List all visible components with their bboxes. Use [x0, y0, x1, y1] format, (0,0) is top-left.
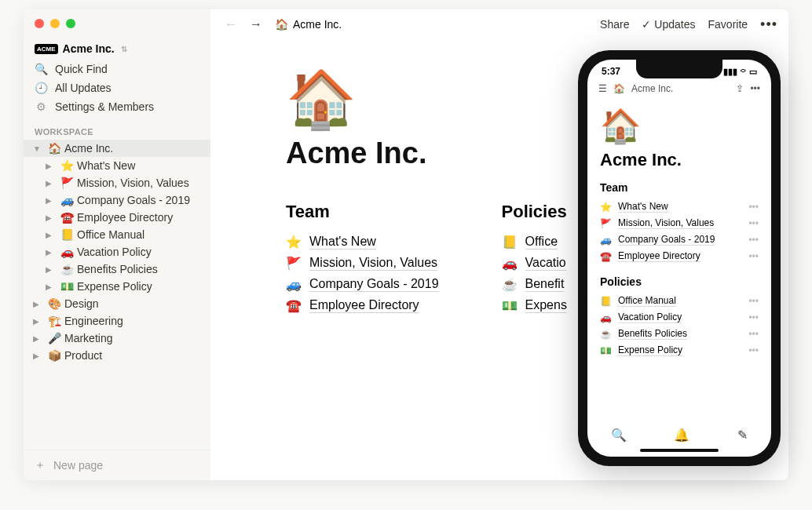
- page-link-whats-new[interactable]: ⭐ What's New: [286, 231, 439, 253]
- zoom-dot-icon[interactable]: [66, 19, 75, 28]
- search-icon: 🔍: [35, 63, 47, 75]
- phone-link-directory[interactable]: ☎️ Employee Directory •••: [600, 248, 759, 264]
- row-more-icon[interactable]: •••: [748, 345, 759, 356]
- caret-right-icon[interactable]: ▶: [46, 231, 57, 239]
- tree-item-product[interactable]: ▶ 📦 Product: [24, 347, 210, 364]
- page-link-office[interactable]: 📒 Office: [502, 231, 567, 253]
- column-policies: Policies 📒 Office 🚗 Vacatio ☕ Benefit: [502, 202, 567, 316]
- tree-item-label: Benefits Policies: [77, 263, 158, 275]
- page-link-expense[interactable]: 💵 Expens: [502, 295, 567, 316]
- row-more-icon[interactable]: •••: [748, 329, 759, 340]
- nav-forward-button[interactable]: →: [247, 16, 265, 33]
- page-link-label: Expens: [525, 298, 567, 313]
- all-updates-button[interactable]: 🕘 All Updates: [24, 78, 210, 97]
- close-dot-icon[interactable]: [35, 19, 44, 28]
- nav-back-button[interactable]: ←: [221, 16, 240, 33]
- caret-right-icon[interactable]: ▶: [46, 213, 57, 222]
- row-more-icon[interactable]: •••: [748, 218, 759, 229]
- minimize-dot-icon[interactable]: [50, 19, 60, 28]
- page-link-label: What's New: [309, 235, 376, 250]
- caret-right-icon[interactable]: ▶: [46, 248, 57, 257]
- phone-icon: ☎️: [286, 298, 302, 313]
- tree-item-manual[interactable]: ▶ 📒 Office Manual: [24, 226, 210, 243]
- more-icon[interactable]: •••: [750, 83, 760, 94]
- star-icon: ⭐: [286, 235, 302, 250]
- column-heading: Team: [286, 202, 439, 222]
- share-icon[interactable]: ⇪: [736, 83, 744, 94]
- phone-link-goals[interactable]: 🚙 Company Goals - 2019 •••: [600, 231, 759, 248]
- tree-item-marketing[interactable]: ▶ 🎤 Marketing: [24, 330, 210, 347]
- tab-compose-icon[interactable]: ✎: [737, 428, 748, 443]
- caret-right-icon[interactable]: ▶: [46, 196, 57, 205]
- redcar-icon: 🚗: [600, 312, 612, 323]
- breadcrumb[interactable]: 🏠 Acme Inc.: [275, 18, 342, 31]
- hamburger-icon[interactable]: ☰: [598, 83, 607, 94]
- notebook-icon: 📒: [600, 296, 612, 307]
- tree-item-design[interactable]: ▶ 🎨 Design: [24, 295, 210, 312]
- page-link-vacation[interactable]: 🚗 Vacatio: [502, 253, 567, 274]
- page-link-mission[interactable]: 🚩 Mission, Vision, Values: [286, 253, 439, 274]
- tree-item-directory[interactable]: ▶ ☎️ Employee Directory: [24, 209, 210, 226]
- phone-notch: [636, 60, 722, 78]
- tree-root-label: Acme Inc.: [64, 142, 113, 155]
- phone-crumb-label[interactable]: Acme Inc.: [631, 83, 673, 94]
- caret-right-icon[interactable]: ▶: [33, 317, 44, 326]
- tree-item-engineering[interactable]: ▶ 🏗️ Engineering: [24, 312, 210, 330]
- tree-item-mission[interactable]: ▶ 🚩 Mission, Vision, Values: [24, 174, 210, 191]
- phone-icon: ☎️: [600, 251, 612, 262]
- workspace-switcher[interactable]: ACME Acme Inc. ⇅: [24, 38, 210, 60]
- favorite-button[interactable]: Favorite: [708, 18, 748, 31]
- quick-find-button[interactable]: 🔍 Quick Find: [24, 60, 210, 78]
- plus-icon: ＋: [35, 458, 46, 472]
- tree-root-acme[interactable]: ▼ 🏠 Acme Inc.: [24, 140, 210, 157]
- tree-item-label: Expense Policy: [77, 280, 152, 293]
- updates-button[interactable]: ✓ Updates: [642, 18, 695, 31]
- car-icon: 🚙: [286, 277, 302, 292]
- row-more-icon[interactable]: •••: [748, 235, 759, 246]
- page-link-goals[interactable]: 🚙 Company Goals - 2019: [286, 274, 439, 295]
- caret-right-icon[interactable]: ▶: [33, 300, 44, 308]
- caret-right-icon[interactable]: ▶: [46, 179, 57, 188]
- phone-link-mission[interactable]: 🚩 Mission, Vision, Values •••: [600, 215, 759, 231]
- topbar: ← → 🏠 Acme Inc. Share ✓ Updates Favorite…: [210, 9, 788, 39]
- workspace-badge-icon: ACME: [35, 44, 58, 54]
- row-more-icon[interactable]: •••: [748, 251, 759, 262]
- tab-notifications-icon[interactable]: 🔔: [674, 428, 689, 443]
- money-icon: 💵: [502, 298, 518, 313]
- tree-item-label: Office Manual: [77, 228, 144, 241]
- page-link-benefits[interactable]: ☕ Benefit: [502, 274, 567, 295]
- page-tree: ▼ 🏠 Acme Inc. ▶ ⭐ What's New ▶ 🚩 Mission…: [24, 140, 210, 450]
- share-button[interactable]: Share: [600, 18, 629, 31]
- settings-button[interactable]: ⚙ Settings & Members: [24, 97, 210, 116]
- phone-link-manual[interactable]: 📒 Office Manual •••: [600, 293, 759, 309]
- caret-right-icon[interactable]: ▶: [46, 162, 57, 170]
- caret-down-icon[interactable]: ▼: [33, 144, 44, 153]
- tab-search-icon[interactable]: 🔍: [611, 428, 627, 443]
- tree-item-benefits[interactable]: ▶ ☕ Benefits Policies: [24, 260, 210, 278]
- new-page-button[interactable]: ＋ New page: [24, 450, 210, 480]
- caret-right-icon[interactable]: ▶: [46, 282, 57, 291]
- tree-item-whats-new[interactable]: ▶ ⭐ What's New: [24, 157, 210, 174]
- phone-link-label: Company Goals - 2019: [618, 234, 715, 246]
- row-more-icon[interactable]: •••: [748, 202, 759, 213]
- coffee-icon: ☕: [600, 329, 612, 340]
- tree-item-label: Product: [64, 349, 102, 362]
- phone-topbar: ☰ 🏠 Acme Inc. ⇪ •••: [587, 78, 771, 99]
- row-more-icon[interactable]: •••: [748, 312, 759, 323]
- tree-item-label: Marketing: [64, 332, 112, 344]
- caret-right-icon[interactable]: ▶: [46, 265, 57, 274]
- breadcrumb-label: Acme Inc.: [293, 18, 342, 31]
- row-more-icon[interactable]: •••: [748, 296, 759, 307]
- tree-item-expense[interactable]: ▶ 💵 Expense Policy: [24, 278, 210, 295]
- phone-link-vacation[interactable]: 🚗 Vacation Policy •••: [600, 309, 759, 326]
- phone-link-expense[interactable]: 💵 Expense Policy •••: [600, 342, 759, 359]
- tree-item-goals[interactable]: ▶ 🚙 Company Goals - 2019: [24, 191, 210, 209]
- phone-link-benefits[interactable]: ☕ Benefits Policies •••: [600, 326, 759, 342]
- tree-item-vacation[interactable]: ▶ 🚗 Vacation Policy: [24, 243, 210, 260]
- caret-right-icon[interactable]: ▶: [33, 334, 44, 343]
- phone-link-whats-new[interactable]: ⭐ What's New •••: [600, 199, 759, 215]
- more-menu-button[interactable]: •••: [760, 16, 777, 33]
- caret-right-icon[interactable]: ▶: [33, 352, 44, 360]
- page-link-directory[interactable]: ☎️ Employee Directory: [286, 295, 439, 316]
- settings-label: Settings & Members: [55, 100, 154, 113]
